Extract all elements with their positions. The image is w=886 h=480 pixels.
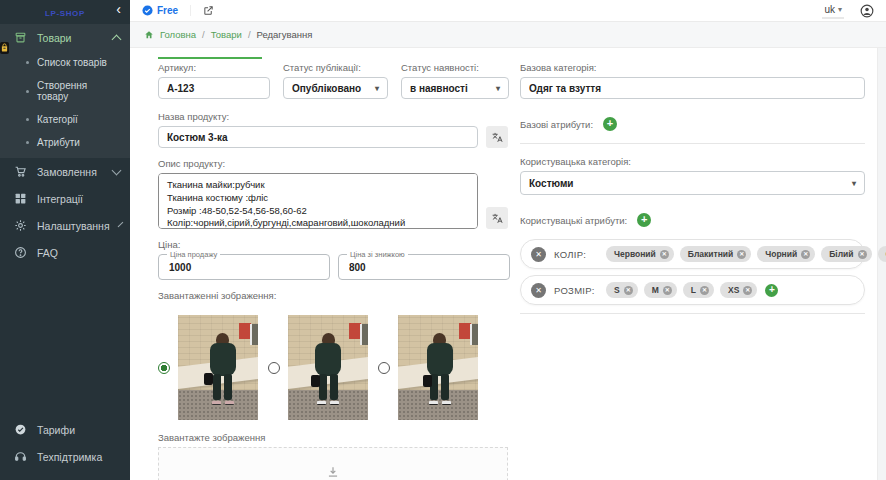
attribute-chip[interactable]: XS✕ <box>720 282 757 298</box>
right-column: Базова категорія: Базові атрибути: + Кор… <box>520 48 865 314</box>
product-photo[interactable] <box>288 315 368 420</box>
remove-chip-icon[interactable]: ✕ <box>663 286 672 295</box>
sidebar-item-product-list[interactable]: Список товарів <box>0 51 130 74</box>
price-label: Ціна: <box>158 239 510 250</box>
translate-icon <box>491 131 504 144</box>
chip-label: Блакитний <box>688 249 733 259</box>
attribute-chip[interactable]: Чорний✕ <box>757 246 815 262</box>
logo[interactable]: LP-SHOP <box>0 0 130 24</box>
sidebar-item-settings[interactable]: Налаштування <box>0 212 130 239</box>
sidebar-item-label: FAQ <box>37 247 58 259</box>
remove-chip-icon[interactable]: ✕ <box>660 250 669 259</box>
product-photo[interactable] <box>398 315 478 420</box>
model-figure <box>423 333 457 411</box>
sale-price-label: Ціна продажу <box>167 250 220 259</box>
sidebar-nav: Товари Список товарів Створення товару К… <box>0 24 130 266</box>
caret-down-icon: ▾ <box>496 84 500 93</box>
product-name-input[interactable] <box>158 126 478 148</box>
stock-status-select[interactable]: в наявності ▾ <box>401 77 509 99</box>
sub-item-label: Створення товару <box>37 80 120 102</box>
products-icon <box>14 31 27 44</box>
custom-category-select[interactable]: Костюми ▾ <box>520 171 865 195</box>
integrations-icon <box>14 192 27 205</box>
description-textarea[interactable]: Тканина майки:рубчик Тканина костюму :фл… <box>158 173 478 229</box>
sale-price-input[interactable] <box>167 261 321 274</box>
image-radio[interactable] <box>378 362 390 374</box>
remove-chip-icon[interactable]: ✕ <box>700 286 709 295</box>
discount-price-field: Ціна зі знижкою <box>338 254 510 280</box>
main-content: Артикул: Статус публікації: Опубліковано… <box>130 48 886 480</box>
translate-icon <box>491 212 504 225</box>
upload-dropzone[interactable] <box>158 447 508 480</box>
image-radio[interactable] <box>158 362 170 374</box>
sidebar-item-categories[interactable]: Категорії <box>0 108 130 131</box>
sidebar-item-orders[interactable]: Замовлення <box>0 158 130 185</box>
attribute-chip[interactable]: M✕ <box>644 282 677 298</box>
check-circle-icon <box>14 423 27 436</box>
external-link-icon <box>203 5 214 16</box>
verified-icon <box>142 5 153 16</box>
chevron-down-icon[interactable] <box>112 165 122 175</box>
home-icon[interactable] <box>144 30 154 40</box>
remove-chip-icon[interactable]: ✕ <box>624 286 633 295</box>
chevron-down-icon[interactable] <box>117 221 123 227</box>
breadcrumb: Головна / Товари / Редагування <box>130 22 886 48</box>
sku-label: Артикул: <box>158 62 270 73</box>
publish-status-select[interactable]: Опубліковано ▾ <box>283 77 388 99</box>
sidebar-item-product-create[interactable]: Створення товару <box>0 74 130 108</box>
chevron-up-icon[interactable] <box>112 34 122 44</box>
attribute-chip[interactable]: Блакитний✕ <box>680 246 751 262</box>
sidebar-item-integrations[interactable]: Інтеграції <box>0 185 130 212</box>
sidebar-item-support[interactable]: Техпідтримка <box>0 443 130 470</box>
add-base-attribute-button[interactable]: + <box>603 117 617 131</box>
sidebar-item-faq[interactable]: FAQ <box>0 239 130 266</box>
attribute-chip[interactable]: L✕ <box>683 282 714 298</box>
question-icon <box>14 246 27 259</box>
remove-chip-icon[interactable]: ✕ <box>743 286 752 295</box>
model-figure <box>311 333 345 411</box>
product-photo[interactable] <box>178 315 258 420</box>
remove-chip-icon[interactable]: ✕ <box>737 250 746 259</box>
remove-attribute-icon[interactable]: ✕ <box>531 247 546 262</box>
breadcrumb-home[interactable]: Головна <box>160 29 196 40</box>
attribute-chip[interactable]: Червоний✕ <box>606 246 674 262</box>
sidebar-item-products[interactable]: Товари <box>0 24 130 51</box>
image-item <box>158 315 258 420</box>
bullet-icon <box>26 118 29 121</box>
discount-price-input[interactable] <box>347 261 501 274</box>
attribute-row-color: ✕ КОЛІР: Червоний✕Блакитний✕Чорний✕Білий… <box>520 239 865 269</box>
chip-list: S✕M✕L✕XS✕ <box>606 282 757 298</box>
sidebar-item-attributes[interactable]: Атрибути <box>0 131 130 154</box>
scrollbar[interactable] <box>877 48 886 480</box>
translate-button[interactable] <box>486 207 508 229</box>
plan-badge[interactable]: Free <box>142 5 191 16</box>
open-shop-button[interactable] <box>203 5 214 16</box>
base-category-input[interactable] <box>520 77 865 99</box>
language-select[interactable]: uk ▾ <box>822 3 844 19</box>
attribute-chip[interactable]: S✕ <box>606 282 638 298</box>
attribute-chip[interactable]: Сірий✕ <box>878 246 886 262</box>
remove-chip-icon[interactable]: ✕ <box>801 250 810 259</box>
sub-item-label: Список товарів <box>37 57 107 68</box>
bullet-icon <box>26 61 29 64</box>
publish-status-label: Статус публікації: <box>283 62 388 73</box>
plan-label: Free <box>157 5 178 16</box>
add-value-button[interactable]: + <box>765 284 778 297</box>
remove-attribute-icon[interactable]: ✕ <box>531 283 546 298</box>
sidebar-collapse-icon[interactable]: ‹ <box>116 2 121 16</box>
user-menu[interactable] <box>860 4 874 18</box>
translate-button[interactable] <box>486 126 508 148</box>
add-custom-attribute-button[interactable]: + <box>637 213 651 227</box>
image-radio[interactable] <box>268 362 280 374</box>
topbar-right: uk ▾ <box>822 3 874 19</box>
sku-input[interactable] <box>158 77 270 99</box>
remove-chip-icon[interactable]: ✕ <box>858 250 867 259</box>
sidebar-item-label: Тарифи <box>37 424 75 436</box>
sidebar-group-products: Товари Список товарів Створення товару К… <box>0 24 130 158</box>
divider <box>520 313 865 314</box>
upload-label: Завантажте зображення <box>158 432 510 443</box>
upload-icon <box>326 465 340 479</box>
attribute-chip[interactable]: Білий✕ <box>821 246 871 262</box>
sidebar-item-tariffs[interactable]: Тарифи <box>0 416 130 443</box>
breadcrumb-section[interactable]: Товари <box>211 29 242 40</box>
